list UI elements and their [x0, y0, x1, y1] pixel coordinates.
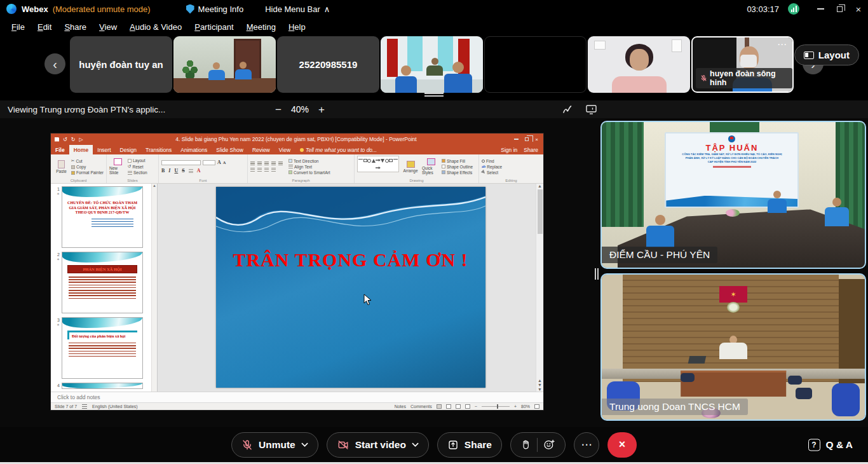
- comments-toggle: Comments: [410, 404, 432, 409]
- qa-label: Q & A: [826, 439, 853, 451]
- person-shape: [395, 65, 417, 93]
- participant-tile[interactable]: huyện đoàn tuy an: [70, 36, 172, 93]
- annotate-icon[interactable]: [562, 104, 573, 115]
- menu-meeting[interactable]: Meeting: [240, 20, 282, 34]
- participant-filmstrip: ‹ huyện đoàn tuy an 25220985519: [0, 36, 868, 100]
- meeting-info-button[interactable]: Meeting Info: [198, 4, 244, 14]
- leave-meeting-button[interactable]: ×: [607, 432, 637, 458]
- more-options-icon[interactable]: ⋯: [777, 39, 787, 50]
- ppt-zoom-slider: [482, 406, 510, 407]
- chevron-left-icon: ‹: [53, 58, 57, 71]
- panel-resize-handle[interactable]: [595, 268, 599, 280]
- ppt-tab-view: View: [275, 145, 295, 154]
- ppt-tab-animations: Animations: [176, 145, 212, 154]
- mouse-cursor: [363, 294, 372, 306]
- youth-union-logo: [728, 135, 735, 142]
- person-shape: [235, 62, 252, 79]
- slide-wave-decoration: [62, 252, 142, 263]
- chair-shape: [796, 388, 812, 399]
- ppt-zoom-in-icon: +: [514, 404, 517, 409]
- slide-number: 3✶: [53, 317, 60, 379]
- ppt-tell-me-box: Tell me what you want to do...: [300, 147, 377, 153]
- minimize-button[interactable]: [811, 0, 830, 18]
- filmstrip-prev-button[interactable]: ‹: [44, 53, 65, 74]
- qa-button[interactable]: ? Q & A: [808, 439, 853, 451]
- close-icon: ×: [619, 438, 626, 451]
- tell-me-label: Tell me what you want to do...: [306, 147, 377, 153]
- quick-styles-button: Quick Styles: [422, 156, 440, 177]
- shrink-font-icon: A: [223, 160, 226, 165]
- video-panel-trung-uong-doan[interactable]: ✶ Trung uong Doan TNCS HCM: [600, 273, 866, 421]
- ppt-title-bar: ↺ ↻ ▷ 4. Slide bai giang Phu Yen nam 202…: [51, 133, 543, 145]
- ppt-tab-file: File: [51, 145, 69, 154]
- slide-wave-decoration: [62, 187, 142, 197]
- minimize-icon: [817, 8, 824, 10]
- chair-shape: [788, 376, 802, 385]
- video-panel-phu-yen[interactable]: TẬP HUẤN CÔNG TÁC KIỂM TRA, GIÁM SÁT, XỬ…: [600, 121, 866, 269]
- participant-tile[interactable]: [588, 36, 690, 93]
- layout-grid-icon: [804, 51, 814, 59]
- desk-shape: [681, 371, 786, 397]
- ppt-share: Share: [524, 147, 538, 153]
- layout-button[interactable]: Layout: [794, 44, 859, 65]
- filmstrip-resize-handle[interactable]: [424, 93, 444, 98]
- banner-line: CẤP HUYỆN TỈNH PHÚ YÊN NĂM 2022: [666, 160, 797, 164]
- scissors-icon: ✂: [71, 158, 74, 163]
- chevron-down-icon[interactable]: [412, 442, 419, 447]
- more-icon: ⋯: [581, 438, 592, 451]
- unmute-label: Unmute: [259, 439, 295, 451]
- find-button: Find: [482, 159, 502, 163]
- video-thumbnail-scene: [173, 36, 276, 93]
- zoom-out-button[interactable]: −: [275, 104, 281, 115]
- chevron-up-icon: ∧: [324, 4, 330, 14]
- participant-name: huyen đoàn sông hinh: [710, 69, 788, 87]
- banner-date-line: [713, 166, 751, 168]
- person-shape: [630, 49, 649, 71]
- ppt-quick-access-toolbar: ↺ ↻ ▷: [55, 137, 83, 142]
- smartart-button: Convert to SmartArt: [288, 170, 330, 175]
- menu-file[interactable]: File: [5, 20, 31, 34]
- participant-tile[interactable]: 25220985519: [277, 36, 379, 93]
- paper-shape: [594, 41, 606, 50]
- restore-button[interactable]: [830, 0, 849, 18]
- lightbulb-icon: [300, 148, 304, 152]
- raise-hand-icon[interactable]: [520, 439, 531, 451]
- laptop-shape: [688, 356, 706, 364]
- connection-quality-icon[interactable]: [788, 3, 799, 15]
- more-options-button[interactable]: ⋯: [574, 432, 599, 458]
- font-color-icon: A: [197, 168, 201, 174]
- menu-audio-video[interactable]: Audio & Video: [123, 20, 188, 34]
- start-video-button[interactable]: Start video: [327, 432, 429, 458]
- group-label: Font: [159, 179, 247, 182]
- menu-bar: File Edit Share View Audio & Video Parti…: [0, 18, 868, 36]
- reactions-smiley-icon[interactable]: [543, 439, 555, 451]
- unmute-button[interactable]: Unmute: [231, 432, 318, 458]
- grow-font-icon: A: [217, 160, 221, 165]
- format-painter-button: Format Painter: [71, 170, 104, 175]
- layout-label: Layout: [818, 50, 850, 60]
- participant-tile-active-speaker[interactable]: ⋯ huyen đoàn sông hinh: [691, 36, 794, 93]
- view-options-icon[interactable]: [585, 104, 597, 115]
- mic-muted-icon: [241, 439, 253, 451]
- character-spacing-icon: [189, 169, 193, 173]
- participant-tile[interactable]: [381, 36, 483, 93]
- participant-tile[interactable]: [173, 36, 276, 93]
- hide-menu-bar-button[interactable]: Hide Menu Bar ∧: [265, 4, 330, 14]
- ppt-window-controls: ×: [514, 137, 538, 142]
- ppt-tab-slideshow: Slide Show: [212, 145, 248, 154]
- menu-share[interactable]: Share: [58, 20, 93, 34]
- close-button[interactable]: ×: [849, 0, 868, 18]
- participant-name: huyện đoàn tuy an: [79, 59, 163, 70]
- restore-icon: [837, 6, 843, 12]
- share-button[interactable]: Share: [437, 432, 502, 458]
- menu-view[interactable]: View: [93, 20, 123, 34]
- video-thumbnail-scene: [588, 36, 690, 93]
- slide-number: 1✶: [53, 186, 60, 248]
- menu-participant[interactable]: Participant: [188, 20, 240, 34]
- chevron-down-icon[interactable]: [301, 442, 308, 447]
- person-shape: [768, 191, 787, 213]
- menu-help[interactable]: Help: [282, 20, 312, 34]
- participant-tile[interactable]: [484, 36, 587, 93]
- menu-edit[interactable]: Edit: [31, 20, 58, 34]
- zoom-in-button[interactable]: +: [318, 104, 325, 115]
